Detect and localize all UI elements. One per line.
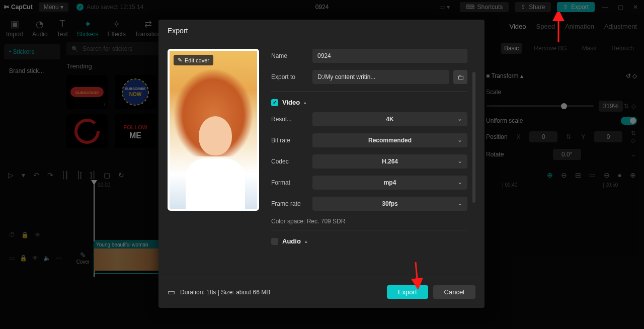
bitrate-select[interactable]: Recommended xyxy=(312,133,467,147)
export-confirm-button[interactable]: Export xyxy=(387,285,428,299)
name-label: Name xyxy=(271,52,312,59)
edit-cover-button[interactable]: Edit cover xyxy=(174,55,213,65)
name-input[interactable] xyxy=(312,49,467,63)
video-checkbox[interactable]: ✓ xyxy=(271,99,278,106)
video-section[interactable]: ✓ Video xyxy=(271,99,467,106)
audio-checkbox[interactable]: ✓ xyxy=(271,238,278,245)
export-dialog: Export Edit cover Name Export to 🗀 xyxy=(158,20,485,308)
codec-select[interactable]: H.264 xyxy=(312,154,467,169)
scrollbar[interactable] xyxy=(472,72,475,203)
export-title: Export xyxy=(158,20,485,42)
cancel-button[interactable]: Cancel xyxy=(433,285,475,299)
resolution-select[interactable]: 4K xyxy=(312,112,467,126)
resolution-label: Resol... xyxy=(271,116,312,123)
colorspace-label: Color space: Rec. 709 SDR xyxy=(271,218,467,225)
export-to-label: Export to xyxy=(271,73,312,80)
format-select[interactable]: mp4 xyxy=(312,176,467,190)
cover-preview: Edit cover xyxy=(168,49,259,211)
export-path-input[interactable] xyxy=(312,70,449,84)
format-label: Format xyxy=(271,179,312,186)
film-icon: ▭ xyxy=(168,287,175,297)
audio-section[interactable]: ✓ Audio xyxy=(271,237,467,245)
codec-label: Codec xyxy=(271,158,312,165)
framerate-label: Frame rate xyxy=(271,200,312,207)
bitrate-label: Bit rate xyxy=(271,137,312,144)
browse-folder-button[interactable]: 🗀 xyxy=(453,70,467,84)
framerate-select[interactable]: 30fps xyxy=(312,197,467,211)
duration-info: ▭ Duration: 18s | Size: about 66 MB xyxy=(168,287,270,297)
